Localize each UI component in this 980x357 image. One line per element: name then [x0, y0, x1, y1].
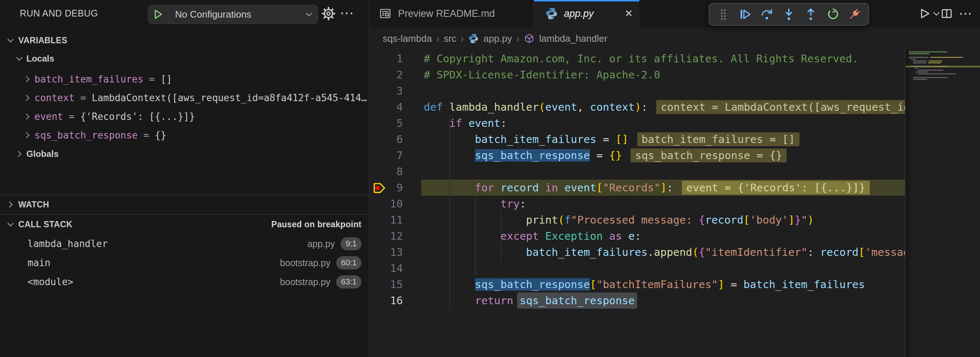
sidebar-title: RUN AND DEBUG: [20, 8, 98, 19]
stack-frame-1[interactable]: mainbootstrap.py60:1: [0, 253, 369, 273]
run-and-debug-sidebar: RUN AND DEBUG No Configurations ⋯ VARIAB…: [0, 0, 369, 357]
start-debug-icon[interactable]: [148, 5, 169, 24]
debug-config-label: No Configurations: [169, 9, 306, 20]
line-number: 12: [369, 228, 403, 244]
line-number: 8: [369, 164, 403, 180]
variable-row-batch_item_failures[interactable]: batch_item_failures = []: [0, 70, 369, 88]
minimap-line: [913, 62, 926, 64]
paused-status-badge: Paused on breakpoint: [271, 220, 361, 230]
chevron-right-icon: [24, 132, 30, 139]
minimap-line: [913, 66, 931, 67]
minimap-line: [916, 72, 928, 73]
minimap-line: [916, 68, 918, 69]
line-col-badge: 60:1: [336, 256, 361, 269]
locals-scope[interactable]: Locals: [0, 50, 369, 67]
minimap-line: [908, 51, 947, 53]
minimap-line: [908, 53, 929, 54]
globals-label: Globals: [26, 149, 59, 159]
chevron-right-icon: [15, 151, 22, 157]
minimap-line: [913, 61, 926, 62]
vscode-window: RUN AND DEBUG No Configurations ⋯ VARIAB…: [0, 0, 980, 357]
inline-debug-value: event = {'Records': [{...}]}: [682, 181, 870, 194]
minimap-inline-value: [930, 57, 963, 58]
chevron-down-icon: [7, 220, 14, 226]
minimap-line: [908, 57, 928, 58]
call-stack-section-header[interactable]: CALL STACK Paused on breakpoint: [0, 216, 369, 233]
variables-header-label: VARIABLES: [18, 35, 67, 45]
line-col-badge: 9:1: [340, 237, 361, 250]
chevron-right-icon: [24, 95, 30, 101]
line-col-badge: 63:1: [336, 275, 361, 288]
minimap-line: [913, 77, 948, 78]
minimap-line: [911, 59, 916, 60]
chevron-down-icon: [306, 10, 312, 16]
variables-section-header[interactable]: VARIABLES: [0, 32, 369, 48]
code-line-6[interactable]: 6 batch_item_failures = []batch_item_fai…: [369, 131, 905, 147]
variable-row-context[interactable]: context = LambdaContext([aws_request_id=…: [0, 89, 369, 107]
chevron-right-icon: [24, 114, 30, 120]
chevron-right-icon: [24, 76, 30, 83]
code-line-8[interactable]: 8: [369, 164, 905, 180]
chevron-down-icon: [7, 36, 14, 43]
stack-frame-current[interactable]: lambda_handlerapp.py9:1: [0, 234, 369, 253]
code-line-12[interactable]: 12 except Exception as e:: [369, 228, 905, 244]
code-line-7[interactable]: 7 sqs_batch_response = {}sqs_batch_respo…: [369, 147, 905, 164]
section-divider: [0, 214, 369, 215]
code-line-3[interactable]: 3: [369, 83, 905, 99]
code-line-2[interactable]: 2# SPDX-License-Identifier: Apache-2.0: [369, 67, 905, 83]
section-divider: [0, 194, 369, 195]
stack-frame-2[interactable]: <module>bootstrap.py63:1: [0, 273, 369, 292]
line-number: 16: [369, 293, 403, 309]
line-number: 7: [369, 147, 403, 164]
line-number: 14: [369, 260, 403, 276]
locals-label: Locals: [26, 54, 54, 64]
code-line-14[interactable]: 14: [369, 260, 905, 276]
code-line-15[interactable]: 15 sqs_batch_response["batchItemFailures…: [369, 276, 905, 293]
code-line-10[interactable]: 10 try:: [369, 196, 905, 212]
chevron-right-icon: [6, 202, 13, 208]
line-number: 6: [369, 131, 403, 147]
inline-debug-value: sqs_batch_response = {}: [631, 148, 787, 163]
watch-header-label: WATCH: [18, 200, 49, 210]
call-stack-header-label: CALL STACK: [18, 220, 73, 230]
more-actions-icon[interactable]: ⋯: [340, 5, 354, 21]
settings-gear-icon[interactable]: [320, 5, 337, 22]
variable-row-sqs_batch_response[interactable]: sqs_batch_response = {}: [0, 126, 369, 144]
minimap-inline-value: [928, 62, 941, 64]
line-number: 10: [369, 196, 403, 212]
debug-config-dropdown[interactable]: No Configurations: [148, 5, 318, 24]
editor-group: Preview README.md app.py ✕: [369, 0, 980, 357]
code-line-9[interactable]: 9 for record in event["Records"]:event =…: [369, 180, 905, 196]
minimap-inline-value: [932, 66, 948, 67]
code-editor[interactable]: 1# Copyright Amazon.com, Inc. or its aff…: [369, 0, 980, 357]
line-number: 13: [369, 244, 403, 260]
line-number: 11: [369, 212, 403, 228]
code-line-1[interactable]: 1# Copyright Amazon.com, Inc. or its aff…: [369, 51, 905, 67]
breakpoint-paused-icon[interactable]: [372, 182, 388, 196]
variable-row-event[interactable]: event = {'Records': [{...}]}: [0, 107, 369, 126]
code-line-16[interactable]: 16 return sqs_batch_response: [369, 293, 905, 309]
globals-scope[interactable]: Globals: [0, 145, 369, 163]
minimap[interactable]: [905, 50, 980, 357]
code-line-4[interactable]: 4def lambda_handler(event, context):cont…: [369, 99, 905, 115]
line-number: 15: [369, 276, 403, 293]
code-line-5[interactable]: 5 if event:: [369, 115, 905, 131]
line-number: 5: [369, 115, 403, 131]
minimap-line: [918, 70, 943, 71]
line-number: 4: [369, 99, 403, 115]
line-number: 2: [369, 67, 403, 83]
code-line-13[interactable]: 13 batch_item_failures.append({"itemIden…: [369, 244, 905, 260]
minimap-line: [918, 73, 956, 74]
minimap-inline-value: [929, 61, 942, 62]
minimap-line: [913, 79, 927, 80]
chevron-down-icon: [16, 54, 22, 61]
inline-debug-value: batch_item_failures = []: [637, 132, 799, 146]
watch-section-header[interactable]: WATCH: [0, 196, 369, 213]
code-line-11[interactable]: 11 print(f"Processed message: {record['b…: [369, 212, 905, 228]
line-number: 1: [369, 51, 403, 67]
inline-debug-value: context = LambdaContext([aws_request_id=…: [656, 100, 905, 114]
line-number: 3: [369, 83, 403, 99]
